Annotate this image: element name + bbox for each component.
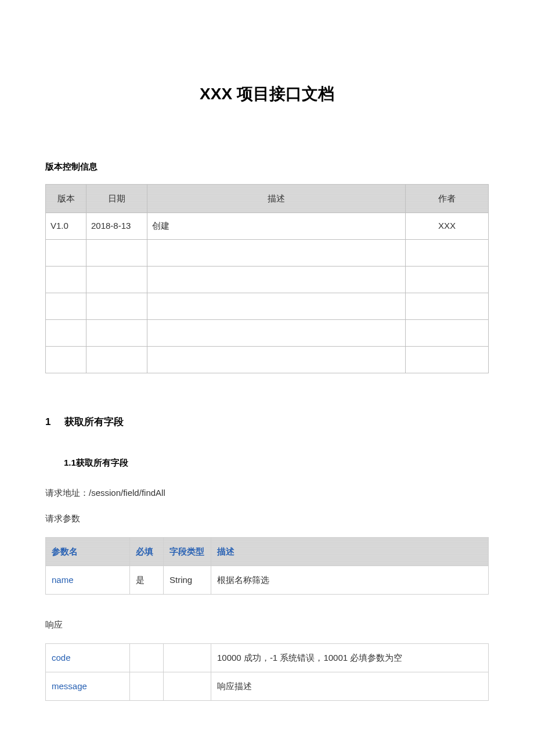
- cell-param-name: name: [46, 566, 130, 594]
- cell-version: [46, 293, 86, 319]
- section-number: 1: [45, 414, 62, 430]
- cell-desc: [147, 319, 406, 346]
- cell-desc: 创建: [147, 213, 406, 239]
- cell-date: [86, 293, 147, 319]
- cell-resp-c2: [130, 643, 164, 672]
- table-header-row: 版本 日期 描述 作者: [46, 184, 489, 213]
- cell-resp-c3: [164, 643, 211, 672]
- table-row: [46, 293, 489, 319]
- th-author: 作者: [406, 184, 489, 213]
- table-row: [46, 239, 489, 266]
- th-param-required: 必填: [130, 537, 164, 566]
- th-param-desc: 描述: [211, 537, 489, 566]
- table-row: [46, 266, 489, 293]
- cell-version: [46, 239, 86, 266]
- cell-version: [46, 266, 86, 293]
- cell-resp-name: message: [46, 672, 130, 700]
- cell-desc: [147, 239, 406, 266]
- table-row: name 是 String 根据名称筛选: [46, 566, 489, 594]
- request-url: 请求地址：/session/field/findAll: [45, 486, 489, 500]
- cell-resp-desc: 响应描述: [211, 672, 489, 700]
- th-version: 版本: [46, 184, 86, 213]
- version-table: 版本 日期 描述 作者 V1.0 2018-8-13 创建 XXX: [45, 184, 489, 373]
- table-row: message 响应描述: [46, 672, 489, 700]
- cell-date: [86, 346, 147, 373]
- subsection-number: 1.1: [64, 458, 76, 467]
- table-row: [46, 346, 489, 373]
- section-heading: 1 获取所有字段: [45, 414, 489, 430]
- cell-author: [406, 293, 489, 319]
- cell-desc: [147, 346, 406, 373]
- response-label: 响应: [45, 618, 489, 632]
- cell-date: [86, 239, 147, 266]
- cell-author: [406, 319, 489, 346]
- cell-version: V1.0: [46, 213, 86, 239]
- document-title: XXX 项目接口文档: [45, 81, 489, 107]
- cell-resp-c2: [130, 672, 164, 700]
- cell-date: 2018-8-13: [86, 213, 147, 239]
- table-row: V1.0 2018-8-13 创建 XXX: [46, 213, 489, 239]
- cell-resp-name: code: [46, 643, 130, 672]
- cell-date: [86, 266, 147, 293]
- response-table: code 10000 成功，-1 系统错误，10001 必填参数为空 messa…: [45, 643, 489, 701]
- version-control-label: 版本控制信息: [45, 160, 489, 174]
- cell-version: [46, 319, 86, 346]
- cell-param-type: String: [164, 566, 211, 594]
- cell-resp-c3: [164, 672, 211, 700]
- cell-param-desc: 根据名称筛选: [211, 566, 489, 594]
- params-table: 参数名 必填 字段类型 描述 name 是 String 根据名称筛选: [45, 537, 489, 595]
- cell-author: [406, 346, 489, 373]
- cell-author: XXX: [406, 213, 489, 239]
- cell-resp-desc: 10000 成功，-1 系统错误，10001 必填参数为空: [211, 643, 489, 672]
- th-param-name: 参数名: [46, 537, 130, 566]
- th-desc: 描述: [147, 184, 406, 213]
- cell-param-required: 是: [130, 566, 164, 594]
- section-title: 获取所有字段: [64, 416, 124, 427]
- cell-date: [86, 319, 147, 346]
- table-row: code 10000 成功，-1 系统错误，10001 必填参数为空: [46, 643, 489, 672]
- th-date: 日期: [86, 184, 147, 213]
- cell-desc: [147, 266, 406, 293]
- subsection-heading: 1.1获取所有字段: [64, 456, 489, 470]
- cell-version: [46, 346, 86, 373]
- cell-author: [406, 266, 489, 293]
- cell-desc: [147, 293, 406, 319]
- table-header-row: 参数名 必填 字段类型 描述: [46, 537, 489, 566]
- cell-author: [406, 239, 489, 266]
- th-param-type: 字段类型: [164, 537, 211, 566]
- request-params-label: 请求参数: [45, 512, 489, 525]
- table-row: [46, 319, 489, 346]
- subsection-title: 获取所有字段: [76, 458, 128, 467]
